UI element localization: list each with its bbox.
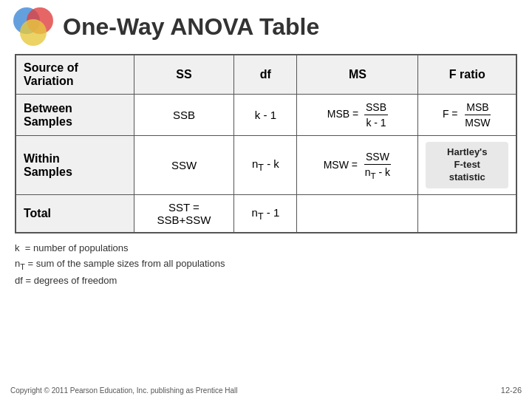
source-between: BetweenSamples [16,95,134,136]
f-fraction: MSB MSW [463,100,491,129]
table-row: BetweenSamples SSB k - 1 MSB = SSB k - 1… [16,95,516,136]
title-area: One-Way ANOVA Table [0,0,532,48]
msb-fraction: SSB k - 1 [364,100,388,129]
footnote-nt: nT = sum of the sample sizes from all po… [15,256,517,273]
logo-icon [10,7,56,48]
ms-between: MSB = SSB k - 1 [297,95,418,136]
source-within: WithinSamples [16,136,134,195]
df-total: nT - 1 [234,195,297,233]
slide-number: 12-26 [501,386,522,395]
ss-total: SST =SSB+SSW [134,195,234,233]
header-df: df [234,55,297,95]
msw-fraction: SSW nT - k [364,150,392,181]
copyright-text: Copyright © 2011 Pearson Education, Inc.… [10,386,238,395]
ss-between: SSB [134,95,234,136]
f-total [418,195,516,233]
footnote-k: k = number of populations [15,241,517,256]
header-ss: SS [134,55,234,95]
header-source: Source of Variation [16,55,134,95]
svg-point-2 [20,19,47,46]
page-title: One-Way ANOVA Table [63,13,319,40]
footnote-df: df = degrees of freedom [15,273,517,289]
df-within: nT - k [234,136,297,195]
f-between: F = MSB MSW [418,95,516,136]
table-row: WithinSamples SSW nT - k MSW = SSW nT - … [16,136,516,195]
df-between: k - 1 [234,95,297,136]
header-ms: MS [297,55,418,95]
table-row: Total SST =SSB+SSW nT - 1 [16,195,516,233]
anova-table: Source of Variation SS df MS F ratio Bet… [15,54,517,233]
ms-total [297,195,418,233]
hartley-note: Hartley'sF-teststatistic [426,142,508,188]
footnotes-area: k = number of populations nT = sum of th… [15,241,517,289]
hartley-box-cell: Hartley'sF-teststatistic [418,136,516,195]
ss-within: SSW [134,136,234,195]
header-f-ratio: F ratio [418,55,516,95]
anova-table-container: Source of Variation SS df MS F ratio Bet… [15,54,517,233]
source-total: Total [16,195,134,233]
ms-within: MSW = SSW nT - k [297,136,418,195]
